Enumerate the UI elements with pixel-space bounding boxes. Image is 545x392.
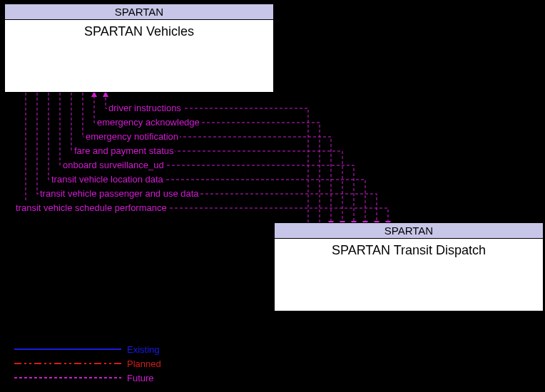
legend-row-existing: Existing: [14, 342, 161, 356]
node-dispatch: SPARTAN SPARTAN Transit Dispatch: [274, 222, 544, 311]
legend-label-existing: Existing: [127, 344, 160, 355]
flow-label-fare-payment: fare and payment status: [73, 145, 175, 156]
node-dispatch-header: SPARTAN: [275, 223, 543, 239]
legend-line-future: [14, 371, 121, 385]
legend-row-future: Future: [14, 371, 161, 385]
flow-label-passenger-use: transit vehicle passenger and use data: [39, 188, 200, 199]
flow-label-location-data: transit vehicle location data: [50, 174, 165, 185]
legend-label-future: Future: [127, 373, 154, 383]
flow-label-emergency-acknowledge: emergency acknowledge: [96, 117, 201, 128]
legend: Existing Planned Future: [14, 342, 161, 385]
flow-label-schedule-performance: transit vehicle schedule performance: [14, 202, 168, 213]
node-vehicles-body: SPARTAN Vehicles: [5, 20, 273, 39]
flow-label-driver-instructions: driver instructions: [107, 103, 183, 113]
legend-line-existing: [14, 342, 121, 356]
node-vehicles: SPARTAN SPARTAN Vehicles: [4, 4, 274, 93]
flow-label-onboard-surveillance: onboard surveillance_ud: [61, 160, 165, 170]
legend-label-planned: Planned: [127, 359, 161, 369]
node-vehicles-header: SPARTAN: [5, 4, 273, 20]
legend-line-planned: [14, 356, 121, 371]
legend-row-planned: Planned: [14, 356, 161, 371]
flow-label-emergency-notification: emergency notification: [84, 131, 180, 142]
node-dispatch-body: SPARTAN Transit Dispatch: [275, 239, 543, 258]
